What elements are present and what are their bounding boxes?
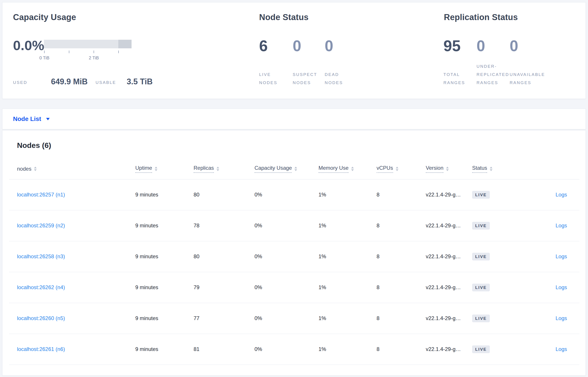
used-value: 649.9 MiB <box>51 77 88 86</box>
memory-cell: 1% <box>318 241 376 272</box>
total-ranges-label: TOTAL RANGES <box>443 71 473 87</box>
replicas-cell: 78 <box>194 210 255 241</box>
unavailable-ranges-value: 0 <box>510 38 518 54</box>
capacity-percent: 0.0% <box>13 39 44 52</box>
capacity-usage-bar <box>44 40 131 48</box>
version-cell: v22.1.4-29-g… <box>426 272 472 303</box>
column-header-version[interactable]: Version <box>426 158 472 179</box>
logs-link[interactable]: Logs <box>555 346 567 352</box>
capacity-cell: 0% <box>255 334 318 365</box>
replicas-cell: 80 <box>194 179 255 210</box>
table-row: localhost:26260 (n5) 9 minutes 77 0% 1% … <box>9 303 579 334</box>
cluster-summary-card: Capacity Usage 0.0% 0 TiB 2 TiB USED 649… <box>2 2 586 99</box>
version-cell: v22.1.4-29-g… <box>426 334 472 365</box>
column-header-nodes[interactable]: nodes <box>9 158 135 179</box>
table-row: localhost:26259 (n2) 9 minutes 78 0% 1% … <box>9 210 579 241</box>
nodes-table-card: Nodes (6) nodes Uptime Replicas Capacity… <box>2 130 586 376</box>
dead-nodes-value: 0 <box>325 38 333 54</box>
vcpus-cell: 8 <box>376 210 426 241</box>
table-row: localhost:26257 (n1) 9 minutes 80 0% 1% … <box>9 179 579 210</box>
logs-link[interactable]: Logs <box>555 192 567 198</box>
logs-link[interactable]: Logs <box>555 315 567 321</box>
view-selector-dropdown[interactable]: Node List <box>13 116 50 122</box>
unavailable-ranges-label: UNAVAILABLE RANGES <box>510 71 556 87</box>
sort-icon <box>34 167 37 171</box>
capacity-bar-reserved-segment <box>118 40 131 48</box>
column-header-memory-use[interactable]: Memory Use <box>318 158 376 179</box>
nodes-table: nodes Uptime Replicas Capacity Usage Mem… <box>9 158 579 365</box>
status-badge: LIVE <box>472 191 490 199</box>
table-row: localhost:26258 (n3) 9 minutes 80 0% 1% … <box>9 241 579 272</box>
column-header-vcpus[interactable]: vCPUs <box>376 158 426 179</box>
table-row: localhost:26261 (n6) 9 minutes 81 0% 1% … <box>9 334 579 365</box>
axis-tick <box>44 50 45 53</box>
column-header-replicas[interactable]: Replicas <box>194 158 255 179</box>
uptime-cell: 9 minutes <box>135 272 194 303</box>
total-ranges-value: 95 <box>443 38 461 54</box>
node-link[interactable]: localhost:26260 (n5) <box>17 315 65 321</box>
version-cell: v22.1.4-29-g… <box>426 179 472 210</box>
capacity-bar-usable-segment <box>44 40 118 48</box>
view-selector-label: Node List <box>13 116 41 122</box>
dead-nodes-label: DEAD NODES <box>325 71 354 87</box>
version-cell: v22.1.4-29-g… <box>426 303 472 334</box>
axis-tick-label: 2 TiB <box>89 55 99 60</box>
column-header-logs <box>521 158 579 179</box>
live-nodes-value: 6 <box>259 38 268 54</box>
node-link[interactable]: localhost:26261 (n6) <box>17 346 65 352</box>
logs-link[interactable]: Logs <box>555 253 567 259</box>
vcpus-cell: 8 <box>376 179 426 210</box>
node-link[interactable]: localhost:26258 (n3) <box>17 253 65 259</box>
vcpus-cell: 8 <box>376 272 426 303</box>
capacity-axis: 0 TiB 2 TiB <box>44 50 131 63</box>
capacity-cell: 0% <box>255 241 318 272</box>
version-cell: v22.1.4-29-g… <box>426 241 472 272</box>
sort-icon <box>294 167 297 171</box>
usable-label: USABLE <box>95 80 116 85</box>
axis-tick <box>69 50 69 53</box>
memory-cell: 1% <box>318 179 376 210</box>
memory-cell: 1% <box>318 272 376 303</box>
table-header-row: nodes Uptime Replicas Capacity Usage Mem… <box>9 158 579 179</box>
sort-icon <box>217 167 219 171</box>
vcpus-cell: 8 <box>376 303 426 334</box>
uptime-cell: 9 minutes <box>135 179 194 210</box>
capacity-cell: 0% <box>255 272 318 303</box>
replicas-cell: 80 <box>194 241 255 272</box>
column-header-capacity-usage[interactable]: Capacity Usage <box>255 158 318 179</box>
usable-value: 3.5 TiB <box>127 77 153 86</box>
uptime-cell: 9 minutes <box>135 210 194 241</box>
axis-tick <box>94 50 94 53</box>
replication-status-title: Replication Status <box>444 12 518 22</box>
node-link[interactable]: localhost:26259 (n2) <box>17 223 65 228</box>
memory-cell: 1% <box>318 303 376 334</box>
status-badge: LIVE <box>472 315 490 322</box>
uptime-cell: 9 minutes <box>135 334 194 365</box>
status-badge: LIVE <box>472 284 490 291</box>
view-selector-bar: Node List <box>2 109 586 129</box>
memory-cell: 1% <box>318 334 376 365</box>
vcpus-cell: 8 <box>376 241 426 272</box>
sort-icon <box>490 167 493 171</box>
uptime-cell: 9 minutes <box>135 303 194 334</box>
live-nodes-label: LIVE NODES <box>259 71 289 87</box>
logs-link[interactable]: Logs <box>555 223 567 228</box>
nodes-table-title: Nodes (6) <box>17 141 586 150</box>
capacity-cell: 0% <box>255 179 318 210</box>
node-link[interactable]: localhost:26262 (n4) <box>17 284 65 290</box>
column-header-status[interactable]: Status <box>472 158 521 179</box>
under-replicated-ranges-label: UNDER-REPLICATED RANGES <box>477 62 515 87</box>
capacity-cell: 0% <box>255 303 318 334</box>
replicas-cell: 79 <box>194 272 255 303</box>
sort-icon <box>396 167 398 171</box>
logs-link[interactable]: Logs <box>555 284 567 290</box>
axis-tick-label: 0 TiB <box>39 55 49 60</box>
under-replicated-ranges-value: 0 <box>477 38 485 54</box>
node-link[interactable]: localhost:26257 (n1) <box>17 192 65 198</box>
version-cell: v22.1.4-29-g… <box>426 210 472 241</box>
column-header-uptime[interactable]: Uptime <box>135 158 194 179</box>
capacity-cell: 0% <box>255 210 318 241</box>
sort-icon <box>446 167 449 171</box>
suspect-nodes-label: SUSPECT NODES <box>293 71 322 87</box>
status-badge: LIVE <box>472 345 490 353</box>
